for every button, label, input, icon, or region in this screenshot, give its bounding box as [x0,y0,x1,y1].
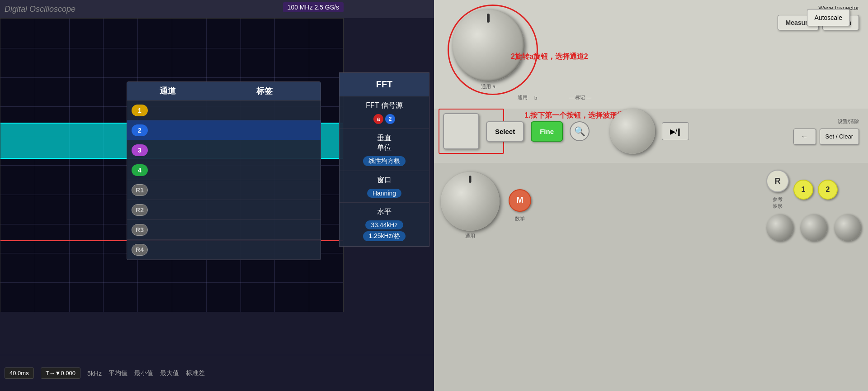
trigger-display: T→▼0.000 [41,367,80,379]
channel-row-1[interactable]: 1 [127,100,321,120]
search-icon-button[interactable]: 🔍 [570,121,590,141]
right-buttons: 设置/清除 ← Set / Clear [793,118,859,145]
knob-a[interactable] [452,9,524,81]
screen-header: Digital Oscilloscope 100 MHz 2.5 GS/s [0,0,434,18]
oscilloscope-screen: Digital Oscilloscope 100 MHz 2.5 GS/s [0,0,434,391]
instruction-2: 2旋转a旋钮，选择通道2 [511,52,588,62]
knob-small-1[interactable] [766,214,793,241]
knob-small-2[interactable] [800,214,827,241]
lower-controls: 通用 M 数学 R 参考波形 1 2 [434,163,868,391]
std-label: 标准差 [186,369,205,377]
time-display: 40.0ms [5,367,34,379]
math-button[interactable]: M [509,189,531,212]
num-button-2[interactable]: 2 [818,180,838,200]
fft-horizontal-label: 水平 [343,207,425,217]
ref-label: 参考波形 [773,196,783,210]
channel-row-r3[interactable]: R3 [127,220,321,240]
autoset-button[interactable]: Autoscale [807,9,850,26]
oscilloscope-title: Digital Oscilloscope [5,5,75,14]
first-button[interactable] [443,113,479,149]
knob-a-label: 通用 a [481,83,495,90]
channel-badge-r4: R4 [132,244,148,256]
channel-badge-r1: R1 [132,184,148,196]
channel-col-label: 通道 [127,86,208,96]
fft-vertical-label: 垂直单位 [343,134,425,153]
fine-button[interactable]: Fine [531,121,563,142]
fft-horizontal[interactable]: 水平 33.44kHz 1.25kHz/格 [340,203,429,246]
select-button[interactable]: Select [486,121,524,142]
marker-label: — 标记 — [569,94,591,101]
channel-row-2[interactable]: 2 [127,120,321,140]
play-pause-button[interactable]: ▶/‖ [662,122,689,140]
通用-label: 通用 [518,94,528,101]
channel-badge-1: 1 [132,105,148,116]
channel-row-3[interactable]: 3 [127,140,321,160]
settings-clear-label: 设置/清除 [793,118,859,125]
top-controls-area: 通用 a 2旋转a旋钮，选择通道2 Autoscale Wave Inspect… [434,0,868,109]
knob-main-lower[interactable] [441,172,500,231]
channel-menu-header: 通道 标签 [127,82,321,100]
knob-small-3[interactable] [834,214,861,241]
fft-window-label: 窗口 [343,176,425,185]
channel-badge-2: 2 [132,124,148,136]
fft-vertical[interactable]: 垂直单位 线性均方根 [340,129,429,171]
channel-badge-3: 3 [132,144,148,156]
arrow-back-button[interactable]: ← [793,129,816,145]
freq-display: 100 MHz 2.5 GS/s [283,2,344,12]
fft-button[interactable]: FFT [340,73,429,96]
instrument-panel: 选择 通道 测量 搜索 通用 a 2旋转a旋钮，选择通道2 Autoscale … [434,0,868,391]
knob-indicator [487,14,490,23]
channel-badge-r2: R2 [132,204,148,216]
max-label: 最大值 [160,369,179,377]
fft-badge-a: a [373,114,383,124]
bottom-bar: 40.0ms T→▼0.000 5kHz 平均值 最小值 最大值 标准差 [0,355,434,391]
middle-controls: Select Fine 🔍 ▶/‖ 设置/清除 ← Set / Clear [434,104,868,158]
play-pause-icon: ▶/‖ [670,127,681,136]
fft-source-badges: a 2 [373,114,395,124]
ref-button[interactable]: R [766,170,789,192]
channel-row-r4[interactable]: R4 [127,240,321,260]
channel-menu: 通道 标签 1 2 3 4 R1 R2 R3 R4 [127,81,321,260]
lower-knob-row: 通用 M 数学 R 参考波形 1 2 [441,170,861,241]
tag-col-label: 标签 [208,86,321,96]
labels-row: 通用 b — 标记 — [434,94,868,101]
num-button-1[interactable]: 1 [793,180,813,200]
fft-source-label: FFT 信号源 [343,101,425,110]
fft-source[interactable]: FFT 信号源 a 2 [340,96,429,129]
avg-label: 平均值 [108,369,127,377]
fft-panel: FFT FFT 信号源 a 2 垂直单位 线性均方根 窗口 Hanning 水平… [339,72,429,247]
fft-horizontal-value1: 33.44kHz [365,220,403,229]
set-clear-button[interactable]: Set / Clear [820,129,859,145]
b-label: b [534,95,537,100]
fft-horizontal-value2: 1.25kHz/格 [363,231,405,241]
fft-badge-2: 2 [385,114,395,124]
math-label: 数学 [515,215,525,222]
knob-b[interactable] [610,109,655,154]
channel-badge-4: 4 [132,164,148,176]
lower-knob-label: 通用 [465,233,475,239]
min-label: 最小值 [134,369,153,377]
freq-label: 5kHz [87,370,102,377]
search-icon: 🔍 [574,126,585,137]
channel-row-r2[interactable]: R2 [127,200,321,220]
fft-window-value: Hanning [367,189,401,198]
channel-row-4[interactable]: 4 [127,160,321,180]
fft-vertical-value: 线性均方根 [363,156,406,166]
channel-row-r1[interactable]: R1 [127,180,321,200]
channel-badge-r3: R3 [132,224,148,236]
fft-window[interactable]: 窗口 Hanning [340,171,429,203]
